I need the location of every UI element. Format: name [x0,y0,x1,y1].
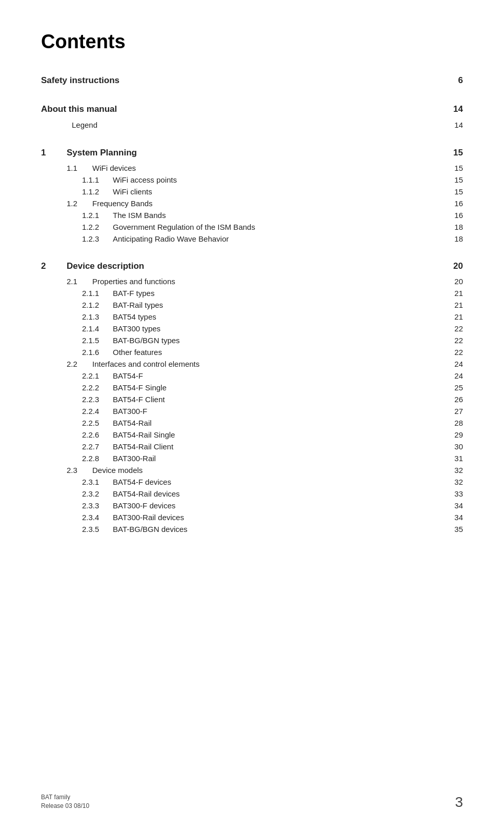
subsection-page: 32 [448,478,463,486]
subsection-page: 27 [448,407,463,416]
subsection-title: WiFi access points [113,175,448,184]
subsection-number: 1.2.2 [82,223,113,231]
toc-subsection: 2.1.1 BAT-F types 21 [41,287,463,299]
subsection-title: BAT300-F devices [113,501,448,510]
section-title: Device models [92,466,448,474]
subsection-title: BAT54-Rail devices [113,489,448,498]
subsection-page: 29 [448,430,463,439]
section-page: 16 [448,199,463,208]
toc-section: 2.2 Interfaces and control elements 24 [41,358,463,370]
page-title: Contents [41,31,463,53]
section-title: WiFi devices [92,164,448,172]
subsection-number: 2.1.1 [82,289,113,298]
subsection-page: 21 [448,312,463,321]
subsection-number: 2.2.8 [82,454,113,463]
toc-section: 1.1 WiFi devices 15 [41,162,463,174]
subsection-title: BAT300-F [113,407,448,416]
subsection-number: 2.2.6 [82,430,113,439]
subsection-title: BAT54-Rail Single [113,430,448,439]
subsection-number: 1.1.2 [82,187,113,196]
toc-subsection: 1.1.2 WiFi clients 15 [41,186,463,197]
toc-subsection: Legend 14 [41,118,463,131]
toc-section-page: 6 [448,75,463,86]
subsection-page: 16 [448,211,463,220]
subsection-title: BAT54-F devices [113,478,448,486]
subsection-number: 2.2.3 [82,395,113,404]
section-page: 15 [448,164,463,172]
chapter-page: 20 [448,261,463,271]
subsection-number: 2.3.4 [82,513,113,522]
toc-subsection: 2.3.2 BAT54-Rail devices 33 [41,488,463,500]
toc-subsection: 2.2.8 BAT300-Rail 31 [41,452,463,464]
toc-top-section: About this manual 14 [41,102,463,116]
footer-product-info: BAT family Release 03 08/10 [41,793,89,810]
subsection-page: 25 [448,383,463,392]
toc-subsection: 2.2.7 BAT54-Rail Client 30 [41,441,463,452]
chapter-number: 2 [41,261,67,271]
toc-subsection: 2.2.2 BAT54-F Single 25 [41,382,463,393]
subsection-number: 2.1.3 [82,312,113,321]
subsection-page: 15 [448,187,463,196]
subsection-number: 2.3.3 [82,501,113,510]
subsection-number: 2.1.5 [82,336,113,345]
table-of-contents: Safety instructions 6 About this manual … [41,73,463,535]
subsection-title: BAT54-Rail [113,419,448,427]
toc-subsection: 2.3.1 BAT54-F devices 32 [41,476,463,488]
subsection-number: 1.2.1 [82,211,113,220]
footer: BAT family Release 03 08/10 3 [0,793,504,810]
toc-subsection: 2.3.5 BAT-BG/BGN devices 35 [41,523,463,535]
toc-subsection: 2.1.3 BAT54 types 21 [41,311,463,323]
subsection-page: 30 [448,442,463,451]
section-page: 32 [448,466,463,474]
subsection-page: 21 [448,289,463,298]
toc-subsection: 2.1.4 BAT300 types 22 [41,323,463,334]
section-title: Frequency Bands [92,199,448,208]
toc-section-page: 14 [448,104,463,114]
footer-release: Release 03 08/10 [41,802,89,810]
subsection-number: 2.1.4 [82,324,113,333]
toc-subsection: 2.1.2 BAT-Rail types 21 [41,299,463,311]
subsection-title: BAT300 types [113,324,448,333]
toc-subsection: 2.3.4 BAT300-Rail devices 34 [41,511,463,523]
subsection-number: 2.3.1 [82,478,113,486]
subsection-title: Other features [113,348,448,357]
subsection-number: 2.3.2 [82,489,113,498]
subsection-title: Government Regulation of the ISM Bands [113,223,448,231]
subsection-page: 31 [448,454,463,463]
chapter-title: Device description [67,261,448,271]
toc-subsection: 2.2.4 BAT300-F 27 [41,405,463,417]
subsection-title: BAT54-F Single [113,383,448,392]
subsection-page: 22 [448,336,463,345]
subsection-number: 2.2.1 [82,371,113,380]
chapter-title: System Planning [67,148,448,158]
toc-subsection: 1.2.2 Government Regulation of the ISM B… [41,221,463,233]
subsection-number: 2.2.4 [82,407,113,416]
subsection-title: The ISM Bands [113,211,448,220]
footer-product: BAT family [41,793,89,802]
toc-subsection: 1.2.3 Anticipating Radio Wave Behavior 1… [41,233,463,245]
section-title: Interfaces and control elements [92,360,448,368]
section-number: 1.1 [67,164,92,172]
toc-subsection: 2.2.3 BAT54-F Client 26 [41,393,463,405]
subsection-page: 21 [448,301,463,309]
footer-page-number: 3 [455,794,463,810]
toc-chapter: 2 Device description 20 [41,261,463,271]
toc-section-title: Safety instructions [41,75,442,86]
section-number: 2.2 [67,360,92,368]
subsection-number: 2.3.5 [82,525,113,533]
toc-section-title: About this manual [41,104,442,114]
toc-subsection-title: Legend [72,121,442,129]
toc-subsection: 2.3.3 BAT300-F devices 34 [41,500,463,511]
toc-section: 2.1 Properties and functions 20 [41,275,463,287]
subsection-page: 26 [448,395,463,404]
toc-subsection: 2.2.1 BAT54-F 24 [41,370,463,382]
toc-subsection: 2.1.6 Other features 22 [41,346,463,358]
chapter-page: 15 [448,148,463,158]
toc-subsection: 2.2.6 BAT54-Rail Single 29 [41,429,463,441]
subsection-number: 2.2.5 [82,419,113,427]
subsection-page: 34 [448,501,463,510]
subsection-title: BAT300-Rail [113,454,448,463]
subsection-title: BAT300-Rail devices [113,513,448,522]
subsection-title: BAT-Rail types [113,301,448,309]
toc-subsection: 1.1.1 WiFi access points 15 [41,174,463,186]
